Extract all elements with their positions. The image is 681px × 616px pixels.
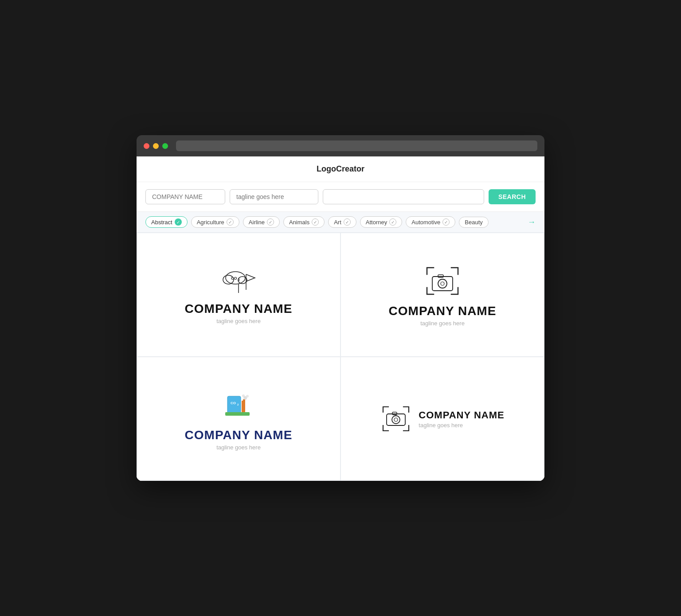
svg-text:CO: CO <box>231 276 237 281</box>
keyword-input[interactable] <box>323 189 484 204</box>
check-icon: ✓ <box>344 218 351 226</box>
check-icon: ✓ <box>312 218 319 226</box>
check-icon: ✓ <box>175 218 182 226</box>
logo1-tagline: tagline goes here <box>216 318 261 324</box>
maximize-button[interactable] <box>162 143 168 149</box>
filter-next-button[interactable]: → <box>528 218 536 227</box>
check-icon: ✓ <box>389 218 396 226</box>
search-button[interactable]: SEARCH <box>489 189 536 204</box>
logo-card-2[interactable]: COMPANY NAME tagline goes here <box>340 233 544 357</box>
co2-factory-icon: CO 2 <box>219 387 258 423</box>
company-name-input[interactable] <box>145 189 225 204</box>
filter-chip-attorney[interactable]: Attorney ✓ <box>360 216 402 228</box>
logo4-tagline: tagline goes here <box>419 422 504 429</box>
url-bar[interactable] <box>176 140 537 151</box>
svg-text:CO: CO <box>231 401 236 405</box>
filter-label: Airline <box>249 219 265 226</box>
filter-label: Art <box>334 219 341 226</box>
browser-titlebar <box>137 135 544 156</box>
svg-point-19 <box>246 395 249 398</box>
logo1-company: COMPANY NAME <box>185 302 293 316</box>
co2-cloud-icon: CO 2 <box>219 265 258 296</box>
svg-text:2: 2 <box>238 278 240 281</box>
filter-chip-animals[interactable]: Animals ✓ <box>283 216 325 228</box>
filter-chip-art[interactable]: Art ✓ <box>328 216 356 228</box>
filter-bar: Abstract ✓ Agriculture ✓ Airline ✓ Anima… <box>137 212 544 233</box>
minimize-button[interactable] <box>153 143 159 149</box>
search-bar: SEARCH <box>137 182 544 212</box>
app-header: LogoCreator <box>137 156 544 182</box>
svg-point-20 <box>242 394 245 397</box>
logo4-company: COMPANY NAME <box>419 409 504 421</box>
filter-chip-automotive[interactable]: Automotive ✓ <box>406 216 455 228</box>
svg-point-22 <box>392 416 400 424</box>
logo2-company: COMPANY NAME <box>389 304 497 318</box>
logo4-text: COMPANY NAME tagline goes here <box>419 409 504 429</box>
svg-rect-15 <box>242 401 245 412</box>
filter-chip-airline[interactable]: Airline ✓ <box>243 216 280 228</box>
svg-rect-7 <box>432 277 453 291</box>
logo2-tagline: tagline goes here <box>420 320 465 327</box>
svg-point-9 <box>441 282 444 285</box>
camera-bracket-small-icon <box>380 403 411 434</box>
filter-label: Automotive <box>411 219 440 226</box>
browser-window: LogoCreator SEARCH Abstract ✓ Agricultur… <box>137 135 544 481</box>
logo-card-3[interactable]: CO 2 COMPANY NAME tagline goes here <box>137 357 340 481</box>
filter-chip-agriculture[interactable]: Agriculture ✓ <box>191 216 239 228</box>
logo3-tagline: tagline goes here <box>216 444 261 451</box>
logo-card-1[interactable]: CO 2 COMPANY NAME tagline goes here <box>137 233 340 357</box>
close-button[interactable] <box>144 143 149 149</box>
svg-point-8 <box>438 279 447 288</box>
filter-label: Animals <box>289 219 309 226</box>
filter-chip-beauty[interactable]: Beauty <box>459 217 488 228</box>
logo-card-4[interactable]: COMPANY NAME tagline goes here <box>340 357 544 481</box>
check-icon: ✓ <box>267 218 274 226</box>
filter-label: Agriculture <box>197 219 224 226</box>
check-icon: ✓ <box>227 218 234 226</box>
tagline-input[interactable] <box>230 189 318 204</box>
filter-label: Attorney <box>366 219 387 226</box>
filter-chip-abstract[interactable]: Abstract ✓ <box>145 216 188 228</box>
svg-rect-17 <box>225 412 250 416</box>
camera-bracket-icon <box>423 263 462 299</box>
filter-label: Abstract <box>151 219 172 226</box>
svg-rect-10 <box>438 275 443 277</box>
svg-point-23 <box>394 418 398 421</box>
check-icon: ✓ <box>442 218 450 226</box>
filter-label: Beauty <box>465 219 482 226</box>
logo3-company: COMPANY NAME <box>185 428 293 442</box>
app-content: LogoCreator SEARCH Abstract ✓ Agricultur… <box>137 156 544 481</box>
svg-rect-24 <box>392 412 397 415</box>
logo-grid: CO 2 COMPANY NAME tagline goes here <box>137 233 544 481</box>
app-title: LogoCreator <box>317 164 364 173</box>
